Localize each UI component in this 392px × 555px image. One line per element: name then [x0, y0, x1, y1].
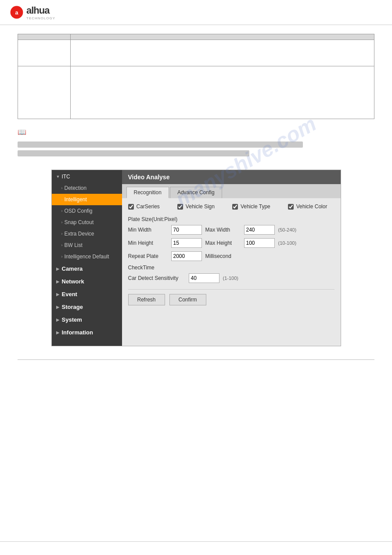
- tab-advance-config[interactable]: Advance Config: [170, 187, 222, 198]
- gray-bars-section: [0, 140, 392, 161]
- checkbox-row-vehicle-sign: Vehicle Sign: [177, 203, 215, 210]
- row1-col2: [71, 40, 374, 66]
- event-tri-icon: ▶: [56, 292, 59, 297]
- height-row: Min Height Max Height (10-100): [128, 238, 334, 248]
- logo: a alhua TECHNOLOGY: [9, 4, 55, 20]
- refresh-button[interactable]: Refresh: [128, 294, 165, 305]
- system-tri-icon: ▶: [56, 318, 59, 322]
- sidebar-intelligent-label: Intelligent: [65, 196, 87, 203]
- content-title: Video Analyse: [122, 170, 341, 184]
- table-row-1: [18, 40, 374, 66]
- carseries-label: CarSeries: [137, 203, 160, 210]
- doc-table: [18, 34, 374, 119]
- millisecond-label: Millisecond: [205, 253, 231, 259]
- sidebar-itc-label: ITC: [61, 174, 70, 180]
- storage-tri-icon: ▶: [56, 305, 59, 309]
- max-height-input[interactable]: [244, 238, 275, 248]
- sidebar-section-camera[interactable]: ▶ Camera: [52, 262, 122, 275]
- min-height-label: Min Height: [128, 240, 168, 246]
- car-detect-input[interactable]: [189, 273, 219, 283]
- logo-text-group: alhua TECHNOLOGY: [26, 5, 55, 20]
- sidebar-item-extra-device[interactable]: › Extra Device: [52, 228, 122, 239]
- repeat-plate-input[interactable]: [171, 251, 202, 261]
- bottom-section: [0, 355, 392, 372]
- sidebar-network-label: Network: [62, 278, 84, 285]
- vehicle-type-checkbox[interactable]: [232, 204, 238, 210]
- checkbox-row-vehicle-type: Vehicle Type: [232, 203, 270, 210]
- plate-size-label: Plate Size(Unit:Pixel): [128, 216, 334, 222]
- itc-arrow-icon: ▼: [56, 174, 60, 179]
- sidebar-item-bw-list[interactable]: › BW List: [52, 239, 122, 251]
- sidebar-item-osd-config[interactable]: › OSD Config: [52, 205, 122, 217]
- sidebar-section-information[interactable]: ▶ Information: [52, 326, 122, 339]
- sidebar-information-label: Information: [62, 329, 94, 336]
- intelligent-chevron-icon: ›: [61, 197, 63, 202]
- sidebar-bw-label: BW List: [65, 242, 83, 248]
- min-width-label: Min Width: [128, 227, 168, 233]
- vehicle-color-checkbox[interactable]: [288, 204, 294, 210]
- row1-col1: [18, 40, 71, 66]
- logo-subtitle: TECHNOLOGY: [26, 16, 55, 20]
- min-height-input[interactable]: [171, 238, 202, 248]
- checkbox-row-vehicle-color: Vehicle Color: [288, 203, 327, 210]
- max-width-input[interactable]: [244, 225, 275, 235]
- sidebar-item-detection[interactable]: › Detection: [52, 182, 122, 194]
- sidebar-section-event[interactable]: ▶ Event: [52, 288, 122, 301]
- vehicle-type-label: Vehicle Type: [241, 203, 270, 210]
- sidebar-osd-label: OSD Config: [65, 208, 93, 214]
- content-area: Video Analyse Recognition Advance Config…: [122, 170, 341, 346]
- max-width-hint: (50-240): [278, 227, 297, 232]
- vehicle-color-label: Vehicle Color: [296, 203, 327, 210]
- confirm-button[interactable]: Confirm: [169, 294, 206, 305]
- min-width-input[interactable]: [171, 225, 202, 235]
- checkbox-row-carseries: CarSeries: [128, 203, 160, 210]
- sidebar-section-itc[interactable]: ▼ ITC: [52, 170, 122, 182]
- detection-chevron-icon: ›: [61, 186, 63, 190]
- carseries-checkbox[interactable]: [128, 204, 134, 210]
- repeat-plate-label: Repeat Plate: [128, 253, 168, 259]
- logo-name: alhua: [26, 5, 49, 16]
- col1-header: [18, 34, 71, 40]
- check-time-label: CheckTime: [128, 265, 334, 271]
- sidebar-item-snap-cutout[interactable]: › Snap Cutout: [52, 217, 122, 228]
- doc-section: [0, 25, 392, 123]
- vehicle-sign-checkbox[interactable]: [177, 204, 183, 210]
- vehicle-sign-label: Vehicle Sign: [186, 203, 215, 210]
- car-detect-label: Car Detect Sensitivity: [128, 275, 185, 281]
- bottom-bar: [18, 359, 374, 360]
- intdef-chevron-icon: ›: [61, 254, 63, 259]
- sidebar-intdef-label: Intelligence Default: [65, 254, 109, 260]
- gray-bar-1: [18, 141, 303, 148]
- sidebar-extra-label: Extra Device: [65, 231, 94, 237]
- sidebar-item-intelligent[interactable]: › Intelligent: [52, 194, 122, 205]
- car-detect-hint: (1-100): [223, 276, 238, 281]
- extra-chevron-icon: ›: [61, 232, 63, 236]
- table-row-2: [18, 66, 374, 119]
- sidebar-section-storage[interactable]: ▶ Storage: [52, 301, 122, 313]
- content-body: CarSeries Vehicle Sign Vehicle Type Vehi…: [122, 198, 341, 311]
- note-icon: 📖: [18, 128, 26, 136]
- repeat-plate-row: Repeat Plate Millisecond: [128, 251, 334, 261]
- row2-col1: [18, 66, 71, 119]
- tab-recognition[interactable]: Recognition: [126, 187, 169, 198]
- sidebar-system-label: System: [62, 316, 82, 323]
- svg-text:a: a: [15, 10, 18, 16]
- sidebar-section-system[interactable]: ▶ System: [52, 313, 122, 326]
- footer-line: [0, 541, 392, 542]
- snap-chevron-icon: ›: [61, 220, 63, 225]
- max-height-label: Max Height: [205, 240, 241, 246]
- button-row: Refresh Confirm: [128, 289, 334, 305]
- bw-chevron-icon: ›: [61, 243, 63, 247]
- width-row: Min Width Max Width (50-240): [128, 225, 334, 235]
- sidebar-item-intelligence-default[interactable]: › Intelligence Default: [52, 251, 122, 262]
- table-header-row: [18, 34, 374, 40]
- osd-chevron-icon: ›: [61, 209, 63, 213]
- sidebar-camera-label: Camera: [62, 265, 83, 272]
- network-tri-icon: ▶: [56, 279, 59, 284]
- sidebar-section-network[interactable]: ▶ Network: [52, 275, 122, 288]
- max-height-hint: (10-100): [278, 240, 297, 246]
- information-tri-icon: ▶: [56, 330, 59, 335]
- sidebar-event-label: Event: [62, 291, 77, 297]
- gray-bar-2: [18, 150, 249, 156]
- note-area: 📖: [0, 123, 392, 140]
